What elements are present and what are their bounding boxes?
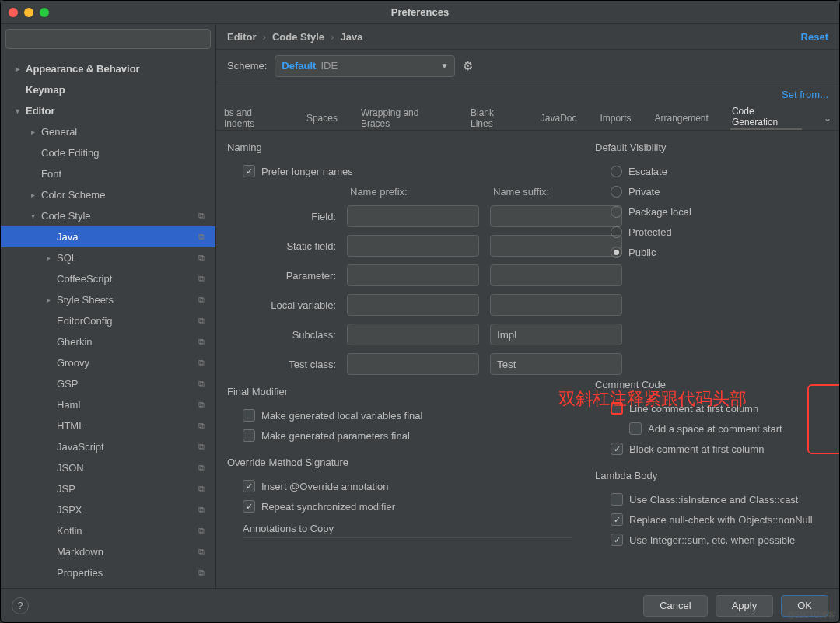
name-prefix-input[interactable] <box>347 264 479 286</box>
sidebar-item-java[interactable]: Java⧉ <box>1 226 215 247</box>
visibility-radio-package-local[interactable] <box>611 206 622 218</box>
name-prefix-input[interactable] <box>347 235 479 257</box>
gear-icon[interactable]: ⚙ <box>463 59 473 73</box>
sidebar-item-json[interactable]: JSON⧉ <box>1 457 215 478</box>
sidebar-item-code-editing[interactable]: Code Editing <box>1 142 215 163</box>
sidebar-item-shell-script[interactable]: Shell Script⧉ <box>1 583 215 588</box>
visibility-radio-escalate[interactable] <box>611 166 622 177</box>
sidebar-item-editor[interactable]: Editor <box>1 100 215 121</box>
lambda-nullcheck-checkbox[interactable] <box>611 513 623 526</box>
sidebar-item-haml[interactable]: Haml⧉ <box>1 394 215 415</box>
reset-link[interactable]: Reset <box>801 31 828 43</box>
sidebar-item-groovy[interactable]: Groovy⧉ <box>1 352 215 373</box>
tab-arrangement[interactable]: Arrangement <box>653 106 710 131</box>
annotation-callout: 双斜杠注释紧跟代码头部 <box>558 387 747 411</box>
tab-wrapping-and-braces[interactable]: Wrapping and Braces <box>359 106 449 131</box>
tabs-more-icon[interactable]: ⌄ <box>822 106 833 131</box>
name-prefix-input[interactable] <box>347 294 479 316</box>
tab-javadoc[interactable]: JavaDoc <box>539 106 579 131</box>
lambda-isinstance-checkbox[interactable] <box>611 493 623 506</box>
sidebar: ⌕ Appearance & BehaviorKeymapEditorGener… <box>1 24 216 588</box>
naming-row-label: Local variable: <box>243 299 336 311</box>
name-prefix-input[interactable] <box>347 353 479 375</box>
sidebar-item-jspx[interactable]: JSPX⧉ <box>1 499 215 520</box>
cancel-button[interactable]: Cancel <box>643 595 707 617</box>
prefer-longer-names-label: Prefer longer names <box>261 166 353 177</box>
tab-bs-and-indents[interactable]: bs and Indents <box>222 106 285 131</box>
scheme-icon: ⧉ <box>198 337 205 347</box>
prefer-longer-names-checkbox[interactable] <box>243 165 255 177</box>
sidebar-item-label: Kotlin <box>57 525 82 537</box>
set-from-link[interactable]: Set from... <box>782 89 828 100</box>
sidebar-item-gherkin[interactable]: Gherkin⧉ <box>1 331 215 352</box>
lambda-body-title: Lambda Body <box>595 470 828 481</box>
crumb-code-style[interactable]: Code Style <box>272 31 324 43</box>
sidebar-item-editorconfig[interactable]: EditorConfig⧉ <box>1 310 215 331</box>
apply-button[interactable]: Apply <box>716 595 774 617</box>
scheme-icon: ⧉ <box>198 316 205 326</box>
scheme-select[interactable]: Default IDE ▼ <box>275 55 455 77</box>
insert-override-label: Insert @Override annotation <box>261 481 389 492</box>
chevron-right-icon <box>27 128 38 136</box>
sidebar-item-code-style[interactable]: Code Style⧉ <box>1 205 215 226</box>
name-prefix-input[interactable] <box>347 205 479 227</box>
sidebar-item-sql[interactable]: SQL⧉ <box>1 247 215 268</box>
scheme-icon: ⧉ <box>198 505 205 515</box>
sidebar-item-markdown[interactable]: Markdown⧉ <box>1 541 215 562</box>
naming-title: Naming <box>227 142 573 153</box>
tab-spaces[interactable]: Spaces <box>305 106 339 131</box>
breadcrumb: Editor › Code Style › Java Reset <box>216 24 839 50</box>
scheme-icon: ⧉ <box>198 442 205 452</box>
sidebar-item-keymap[interactable]: Keymap <box>1 79 215 100</box>
sidebar-item-label: Editor <box>26 105 55 117</box>
sidebar-item-label: EditorConfig <box>57 315 113 327</box>
visibility-radio-private[interactable] <box>611 186 622 198</box>
sidebar-item-font[interactable]: Font <box>1 163 215 184</box>
tab-code-generation[interactable]: Code Generation <box>730 106 802 131</box>
tab-blank-lines[interactable]: Blank Lines <box>469 106 519 131</box>
sidebar-item-label: JSP <box>57 483 75 495</box>
sidebar-item-label: GSP <box>57 378 78 390</box>
add-space-comment-checkbox[interactable] <box>629 422 642 435</box>
scheme-icon: ⧉ <box>198 295 205 305</box>
lambda-integer-sum-checkbox[interactable] <box>611 534 623 546</box>
sidebar-item-color-scheme[interactable]: Color Scheme <box>1 184 215 205</box>
insert-override-checkbox[interactable] <box>243 480 255 492</box>
sidebar-item-kotlin[interactable]: Kotlin⧉ <box>1 520 215 541</box>
tabs: bs and IndentsSpacesWrapping and BracesB… <box>216 106 839 131</box>
name-prefix-input[interactable] <box>347 324 479 345</box>
crumb-java[interactable]: Java <box>340 31 362 43</box>
help-button[interactable]: ? <box>12 597 29 614</box>
sidebar-item-html[interactable]: HTML⧉ <box>1 415 215 436</box>
naming-row-label: Test class: <box>243 359 336 370</box>
repeat-sync-checkbox[interactable] <box>243 500 255 513</box>
tab-imports[interactable]: Imports <box>598 106 632 131</box>
local-vars-final-label: Make generated local variables final <box>261 410 422 422</box>
params-final-checkbox[interactable] <box>243 429 255 442</box>
override-title: Override Method Signature <box>227 457 573 468</box>
scheme-icon: ⧉ <box>198 232 205 242</box>
sidebar-item-label: JavaScript <box>57 441 104 453</box>
naming-row-label: Parameter: <box>243 270 336 282</box>
sidebar-item-coffeescript[interactable]: CoffeeScript⧉ <box>1 268 215 289</box>
chevron-right-icon: › <box>263 31 266 43</box>
scheme-icon: ⧉ <box>198 400 205 410</box>
sidebar-item-style-sheets[interactable]: Style Sheets⧉ <box>1 289 215 310</box>
crumb-editor[interactable]: Editor <box>227 31 257 43</box>
scheme-icon: ⧉ <box>198 211 205 221</box>
visibility-radio-public[interactable] <box>611 247 622 258</box>
visibility-radio-protected[interactable] <box>611 226 622 238</box>
block-comment-first-col-checkbox[interactable] <box>611 443 623 455</box>
search-input[interactable] <box>5 29 211 49</box>
sidebar-item-general[interactable]: General <box>1 121 215 142</box>
local-vars-final-checkbox[interactable] <box>243 409 255 422</box>
sidebar-item-javascript[interactable]: JavaScript⧉ <box>1 436 215 457</box>
sidebar-item-properties[interactable]: Properties⧉ <box>1 562 215 583</box>
sidebar-item-appearance-behavior[interactable]: Appearance & Behavior <box>1 58 215 79</box>
chevron-right-icon <box>27 191 38 199</box>
visibility-label: Public <box>628 247 656 258</box>
scheme-icon: ⧉ <box>198 547 205 557</box>
scheme-icon: ⧉ <box>198 274 205 284</box>
sidebar-item-jsp[interactable]: JSP⧉ <box>1 478 215 499</box>
sidebar-item-gsp[interactable]: GSP⧉ <box>1 373 215 394</box>
